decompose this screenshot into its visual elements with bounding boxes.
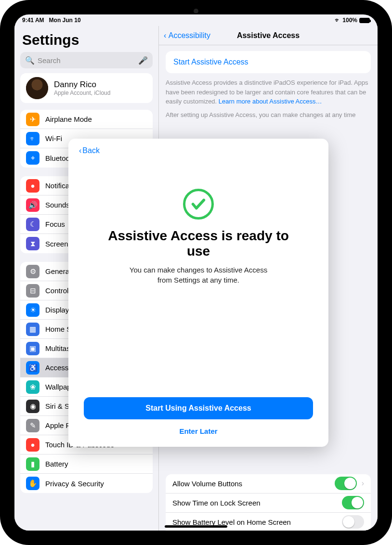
chevron-left-icon: ‹ [164,31,166,40]
search-icon: 🔍 [25,56,35,65]
sidebar-item-battery[interactable]: ▮Battery [20,454,153,474]
sidebar-item-airplane-mode[interactable]: ✈Airplane Mode [20,110,153,129]
account-sub: Apple Account, iCloud [54,90,110,96]
sidebar-item-label: Airplane Mode [45,115,147,123]
nav-back-button[interactable]: ‹ Accessibility [159,31,210,40]
app-icon: ● [26,179,39,193]
learn-more-link[interactable]: Learn more about Assistive Access… [219,98,322,105]
app-icon: ☾ [26,218,39,231]
checkmark-icon [183,189,214,220]
modal-body: You can make changes to Assistive Access… [126,265,271,285]
app-icon: ☀ [26,303,39,317]
app-icon: ⊟ [26,284,39,298]
search-input[interactable]: 🔍 Search 🎤 [20,52,153,68]
app-icon: ✈ [26,113,39,126]
page-title: Settings [14,26,158,52]
app-icon: ▮ [26,457,39,471]
app-icon: ● [26,438,39,452]
wifi-icon: ᯤ [335,17,340,24]
mic-icon[interactable]: 🎤 [138,56,148,65]
search-placeholder: Search [38,56,138,65]
apple-account-row[interactable]: Danny Rico Apple Account, iCloud [20,73,153,103]
toggle[interactable] [342,496,364,509]
feature-description: Assistive Access provides a distinctive … [166,78,371,106]
app-icon: 🔊 [26,198,39,212]
start-assistive-access-link[interactable]: Start Assistive Access [166,51,371,73]
options-toggle-group: Allow Volume Buttons›Show Time on Lock S… [166,474,371,531]
account-name: Danny Rico [54,80,110,90]
toggle[interactable] [342,515,364,529]
toggle-row-show-battery-level-on-home-screen[interactable]: Show Battery Level on Home Screen [166,513,371,531]
enter-later-button[interactable]: Enter Later [79,424,318,438]
toggle-row-show-time-on-lock-screen[interactable]: Show Time on Lock Screen [166,493,371,513]
app-icon: ⌖ [26,151,39,165]
app-icon: ✋ [26,477,39,490]
modal-heading: Assistive Access is ready to use [107,228,290,259]
start-using-button[interactable]: Start Using Assistive Access [84,397,313,419]
chevron-right-icon: › [362,479,364,488]
chevron-left-icon: ‹ [79,146,81,155]
battery-icon [359,18,370,23]
avatar [26,77,48,99]
home-indicator[interactable] [165,525,227,528]
app-icon: ♿ [26,361,39,375]
modal-back-button[interactable]: ‹ Back [79,146,318,155]
app-icon: ⧗ [26,237,39,250]
app-icon: ᯤ [26,132,39,145]
toggle[interactable] [335,477,357,490]
status-time: 9:41 AM [22,17,44,24]
battery-pct: 100% [342,17,357,24]
app-icon: ✎ [26,419,39,432]
sidebar-item-label: Privacy & Security [45,480,147,488]
sidebar-item-label: Battery [45,460,147,468]
status-bar: 9:41 AM Mon Jun 10 ᯤ 100% [14,14,378,26]
nav-title: Assistive Access [237,31,300,40]
toggle-row-allow-volume-buttons[interactable]: Allow Volume Buttons› [166,474,371,493]
app-icon: ◉ [26,400,39,413]
status-date: Mon Jun 10 [49,17,81,24]
sidebar-item-privacy-security[interactable]: ✋Privacy & Security [20,474,153,493]
app-icon: ❀ [26,380,39,394]
app-icon: ▦ [26,323,39,336]
app-icon: ▣ [26,342,39,355]
assistive-access-ready-modal: ‹ Back Assistive Access is ready to use … [68,139,328,447]
app-icon: ⚙ [26,265,39,278]
feature-description-2: After setting up Assistive Access, you c… [166,110,371,120]
